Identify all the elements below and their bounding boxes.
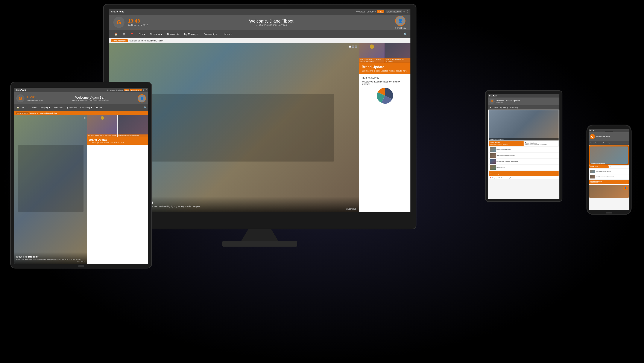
settings-icon[interactable]: ⚙ (403, 10, 406, 13)
phone-nav: News My Mercury Community (588, 141, 630, 145)
tablet-home-button[interactable] (78, 265, 84, 267)
tablet2-nav-my-mercury[interactable]: My Mercury (500, 107, 509, 109)
phone-nav-news[interactable]: News (589, 142, 594, 144)
tablet-nav-grid[interactable]: ⊞ (21, 106, 25, 109)
phone-screen: SharePoint G Welcome to Mercury News My … (588, 129, 630, 210)
phone-featured-card[interactable]: Help us beat Fraud In the workplace (589, 180, 629, 184)
dot-2 (352, 46, 354, 48)
tablet2-nav-community[interactable]: Community (510, 107, 519, 109)
tablet-help-icon[interactable]: ? (146, 89, 147, 91)
tablet-nav-news[interactable]: News (31, 106, 38, 109)
tablet2-brand: SharePoint (489, 95, 497, 97)
tablet2-card-brand[interactable]: Brand Update Our Branding is being updat… (489, 141, 524, 146)
my-mercury-label: My Mercury ▾ (184, 33, 198, 36)
tablet-nav-documents[interactable]: Documents (52, 106, 64, 109)
phone-card-brand[interactable]: Brand Update (589, 165, 608, 168)
tablet2-nav-home[interactable]: 🏠 (489, 106, 493, 109)
onedrive-link[interactable]: OneDrive (367, 11, 376, 13)
tablet-screen: SharePoint Newsfeed OneDrive Sites Adam … (14, 88, 148, 264)
tablet-thumb-1[interactable]: How to use Mercury - get the most of our… (87, 115, 118, 137)
phone-list-thumb-2 (590, 175, 595, 178)
tablet-nav-home[interactable]: 🏠 (16, 106, 20, 109)
tablet-time: 15:41 (26, 95, 43, 100)
tablet-brand-update[interactable]: Brand Update Our Branding is being updat… (87, 137, 148, 145)
tablet2-screen: SharePoint G Welcome, Chase Carpenter Ac… (488, 94, 560, 199)
tablet2-card-news-desc: Latest news from around the company. (525, 144, 558, 145)
nav-community[interactable]: Community ▾ (202, 30, 220, 38)
tablet2-row-4[interactable]: Intranet Survey (489, 165, 558, 170)
phone-logo-g: G (591, 135, 593, 138)
phone-home-button[interactable] (606, 212, 612, 213)
tablet2-grid: Brand Update Our Branding is being updat… (489, 141, 558, 146)
tablet-welcome: Welcome, Adam Barr (45, 96, 136, 99)
tablet2-row-3[interactable]: Creativity and Front-end Development (489, 159, 558, 164)
tablet-nav-library[interactable]: Library ▾ (94, 106, 104, 109)
tablet-brand-title: Brand Update (89, 138, 146, 141)
phone-list-text-2: Creativity and Front-end Development (596, 176, 614, 177)
phone-person-image: 👤 (589, 185, 629, 198)
phone-featured-desc: In the workplace (590, 182, 628, 183)
desktop-brand-update-desc: Our Branding is being updated, read all … (362, 70, 408, 72)
tablet-role: General Manager of Professional Services (45, 99, 136, 101)
tablet-newsfeed-link[interactable]: Newsfeed (107, 89, 115, 91)
phone-list-item-2[interactable]: Creativity and Front-end Development (589, 174, 629, 179)
tablet-device: SharePoint Newsfeed OneDrive Sites Adam … (10, 82, 152, 268)
tablet2-calendar-row[interactable]: 📅 Company Calendar - Upcoming Events (489, 176, 558, 179)
nav-location[interactable]: 📍 (128, 30, 136, 38)
tablet-sites-link[interactable]: Sites (124, 89, 130, 91)
tablet2-row-1[interactable]: Leadership Board Report (489, 147, 558, 152)
nav-documents[interactable]: Documents (165, 30, 182, 38)
tablet-nav-search[interactable]: 🔍 (144, 106, 147, 109)
tablet2-nav-news[interactable]: News (493, 107, 499, 109)
tablet2-calendar-text: 📅 Company Calendar - Upcoming Events (490, 177, 558, 178)
tablet-thumb-2[interactable]: Help us beat Fraud in the workplace. (118, 115, 148, 137)
tablet2-info: Welcome, Chase Carpenter Accountant (496, 100, 558, 103)
tablet2-survey-btn[interactable]: Take our survey → (489, 171, 558, 176)
phone-list-item-1[interactable]: Staff Development Opportunities (589, 169, 629, 174)
phone-card-news[interactable]: News (609, 165, 629, 168)
tablet2-welcome: Welcome, Chase Carpenter (496, 100, 558, 102)
nav-grid[interactable]: ⊞ (121, 30, 127, 38)
newsfeed-link[interactable]: Newsfeed (356, 11, 365, 13)
user-menu[interactable]: Diane Tibbot ▾ (386, 10, 402, 13)
library-label: Library ▾ (222, 33, 232, 36)
sharepoint-brand: SharePoint (111, 10, 124, 13)
tablet-settings-icon[interactable]: ⚙ (143, 89, 145, 91)
phone-nav-my-mercury[interactable]: My Mercury (594, 142, 602, 144)
tablet-avatar: 👤 (138, 94, 146, 103)
home-icon: 🏠 (114, 33, 118, 36)
tablet-nav-location[interactable]: 📍 (26, 106, 30, 109)
sites-link[interactable]: Sites (377, 10, 384, 13)
desktop-header: G 13:43 24 November 2016 Welcome, Diane … (109, 15, 410, 30)
tablet-hero-dot (84, 117, 86, 119)
desktop-survey-question: What is your favourite feature of the ne… (362, 81, 408, 85)
nav-library[interactable]: Library ▾ (220, 30, 234, 38)
tablet-user-menu[interactable]: Adam Barr ▾ (130, 89, 142, 91)
tablet2-survey-label: Take our survey → (490, 173, 500, 175)
tablet-brand-desc: Our Branding is being updated, read all … (89, 142, 146, 143)
tablet-nav-community[interactable]: Community ▾ (79, 106, 93, 109)
nav-home[interactable]: 🏠 (112, 30, 120, 38)
desktop-thumb-2[interactable]: Help us beat Fraud in the workplace. (385, 43, 411, 63)
tablet2-card-brand-desc: Our Branding is being updated. (490, 144, 523, 145)
nav-news[interactable]: News (137, 30, 147, 38)
tablet-nav-company[interactable]: Company ▾ (39, 106, 51, 109)
nav-my-mercury[interactable]: My Mercury ▾ (182, 30, 201, 38)
tablet2-hero: Welcome to Mercury (489, 110, 558, 141)
desktop-brand-update[interactable]: Brand Update Our Branding is being updat… (359, 63, 410, 74)
tablet-logo: G (16, 94, 24, 103)
nav-search[interactable]: 🔍 (404, 33, 408, 36)
tablet2-row-2[interactable]: Staff Development Opportunities (489, 153, 558, 158)
tablet2-row-thumb-3 (490, 159, 496, 164)
desktop-thumb-1[interactable]: How to use Mercury - get the most of our… (359, 43, 385, 63)
monitor-base (222, 241, 297, 247)
tablet-topbar-links: Newsfeed OneDrive Sites Adam Barr ▾ ⚙ ? (107, 89, 147, 91)
desktop-avatar: 👤 (395, 16, 406, 26)
tablet2-card-news[interactable]: News & Updates Latest news from around t… (524, 141, 559, 146)
desktop-follow[interactable]: ☆ FOLLOW (394, 27, 406, 29)
help-icon[interactable]: ? (407, 10, 408, 13)
nav-company[interactable]: Company ▾ (148, 30, 164, 38)
tablet-onedrive-link[interactable]: OneDrive (116, 89, 123, 91)
tablet-nav-my-mercury[interactable]: My Mercury ▾ (64, 106, 79, 109)
phone-nav-community[interactable]: Community (602, 142, 610, 144)
